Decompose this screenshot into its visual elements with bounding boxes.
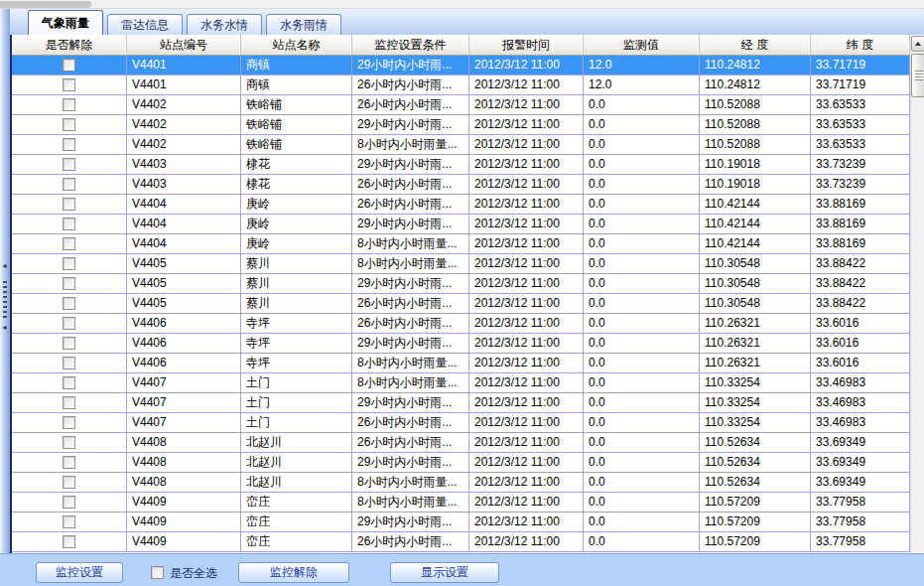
- col-header-longitude[interactable]: 经 度: [700, 35, 811, 55]
- table-row[interactable]: V4409 峦庄 8小时内小时雨量... 2012/3/12 11:00 0.0…: [12, 493, 910, 513]
- col-header-alarm-time[interactable]: 报警时间: [469, 35, 584, 55]
- table-row[interactable]: V4407 土门 26小时内小时雨... 2012/3/12 11:00 0.0…: [12, 413, 910, 433]
- row-checkbox[interactable]: [63, 237, 75, 250]
- table-row[interactable]: V4402 铁峪铺 26小时内小时雨... 2012/3/12 11:00 0.…: [12, 95, 910, 115]
- table-row[interactable]: V4408 北赵川 29小时内小时雨... 2012/3/12 11:00 0.…: [12, 453, 910, 473]
- row-checkbox[interactable]: [63, 515, 75, 528]
- table-row[interactable]: V4401 商镇 26小时内小时雨... 2012/3/12 11:00 12.…: [12, 75, 910, 95]
- row-checkbox[interactable]: [63, 337, 75, 350]
- row-checkbox-cell: [12, 532, 127, 551]
- table-row[interactable]: V4404 庚岭 26小时内小时雨... 2012/3/12 11:00 0.0…: [12, 195, 910, 215]
- tab-radar-info[interactable]: 雷达信息: [107, 14, 183, 35]
- table-row[interactable]: V4408 北赵川 26小时内小时雨... 2012/3/12 11:00 0.…: [12, 433, 910, 453]
- latitude-cell: 33.77958: [811, 532, 910, 551]
- row-checkbox[interactable]: [63, 218, 75, 230]
- scrollbar-thumb[interactable]: [911, 54, 924, 97]
- value-cell: 0.0: [584, 453, 700, 472]
- table-row[interactable]: V4408 北赵川 8小时内小时雨量... 2012/3/12 11:00 0.…: [12, 473, 910, 493]
- scroll-up-button[interactable]: [911, 36, 924, 52]
- latitude-cell: 33.88169: [811, 215, 910, 233]
- monitor-settings-button[interactable]: 监控设置: [36, 562, 123, 583]
- longitude-cell: 110.42144: [700, 234, 811, 253]
- row-checkbox[interactable]: [63, 476, 75, 489]
- latitude-cell: 33.71719: [811, 75, 910, 94]
- station-name-cell: 寺坪: [241, 334, 352, 353]
- row-checkbox-cell: [12, 373, 127, 392]
- table-row[interactable]: V4406 寺坪 26小时内小时雨... 2012/3/12 11:00 0.0…: [12, 314, 910, 334]
- station-id-cell: V4408: [127, 473, 241, 492]
- table-row[interactable]: V4406 寺坪 29小时内小时雨... 2012/3/12 11:00 0.0…: [12, 334, 910, 354]
- col-header-latitude[interactable]: 纬 度: [811, 35, 910, 55]
- left-splitter-bar[interactable]: ◄ ◄: [0, 9, 10, 586]
- row-checkbox[interactable]: [63, 436, 75, 449]
- table-row[interactable]: V4401 商镇 29小时内小时雨... 2012/3/12 11:00 12.…: [12, 56, 910, 75]
- row-checkbox[interactable]: [63, 98, 75, 111]
- station-id-cell: V4403: [127, 155, 241, 174]
- value-cell: 0.0: [584, 215, 700, 233]
- tab-weather-rainfall[interactable]: 气象雨量: [28, 10, 103, 35]
- row-checkbox[interactable]: [63, 277, 75, 290]
- table-row[interactable]: V4405 蔡川 29小时内小时雨... 2012/3/12 11:00 0.0…: [12, 274, 910, 294]
- row-checkbox[interactable]: [63, 59, 75, 72]
- table-row[interactable]: V4403 棣花 29小时内小时雨... 2012/3/12 11:00 0.0…: [12, 155, 910, 175]
- tab-water-condition[interactable]: 水务水情: [187, 14, 262, 35]
- latitude-cell: 33.6016: [811, 314, 910, 333]
- station-name-cell: 峦庄: [241, 493, 352, 512]
- col-header-condition[interactable]: 监控设置条件: [352, 35, 469, 55]
- table-row[interactable]: V4409 峦庄 26小时内小时雨... 2012/3/12 11:00 0.0…: [12, 532, 910, 552]
- row-checkbox[interactable]: [63, 535, 75, 548]
- table-row[interactable]: V4409 峦庄 29小时内小时雨... 2012/3/12 11:00 0.0…: [12, 513, 910, 532]
- splitter-grip-icon[interactable]: [3, 281, 7, 319]
- row-checkbox[interactable]: [63, 376, 75, 389]
- row-checkbox[interactable]: [63, 297, 75, 310]
- row-checkbox[interactable]: [63, 317, 75, 330]
- tab-rain-condition[interactable]: 水务雨情: [266, 14, 341, 35]
- latitude-cell: 33.6016: [811, 334, 910, 353]
- longitude-cell: 110.26321: [700, 314, 811, 333]
- row-checkbox[interactable]: [63, 158, 75, 171]
- table-row[interactable]: V4404 庚岭 8小时内小时雨量... 2012/3/12 11:00 0.0…: [12, 234, 910, 254]
- value-cell: 0.0: [584, 115, 700, 134]
- row-checkbox[interactable]: [63, 78, 75, 91]
- row-checkbox[interactable]: [63, 456, 75, 469]
- collapse-left-arrow-icon[interactable]: ◄: [1, 262, 8, 269]
- station-name-cell: 北赵川: [241, 453, 352, 472]
- tab-label: 水务水情: [200, 18, 248, 32]
- table-row[interactable]: V4407 土门 8小时内小时雨量... 2012/3/12 11:00 0.0…: [12, 373, 910, 393]
- row-checkbox[interactable]: [63, 496, 75, 509]
- row-checkbox-cell: [12, 254, 127, 273]
- table-row[interactable]: V4402 铁峪铺 29小时内小时雨... 2012/3/12 11:00 0.…: [12, 115, 910, 135]
- longitude-cell: 110.52634: [700, 433, 811, 452]
- row-checkbox[interactable]: [63, 396, 75, 409]
- vertical-scrollbar[interactable]: [910, 36, 924, 552]
- collapse-left-arrow-icon[interactable]: ◄: [1, 324, 8, 331]
- row-checkbox[interactable]: [63, 198, 75, 211]
- display-settings-button[interactable]: 显示设置: [390, 562, 499, 583]
- condition-cell: 8小时内小时雨量...: [352, 373, 469, 392]
- table-row[interactable]: V4403 棣花 26小时内小时雨... 2012/3/12 11:00 0.0…: [12, 175, 910, 195]
- alarm-time-cell: 2012/3/12 11:00: [469, 155, 584, 174]
- monitor-release-button[interactable]: 监控解除: [238, 562, 349, 583]
- table-row[interactable]: V4402 铁峪铺 8小时内小时雨量... 2012/3/12 11:00 0.…: [12, 135, 910, 155]
- table-row[interactable]: V4404 庚岭 29小时内小时雨... 2012/3/12 11:00 0.0…: [12, 215, 910, 234]
- row-checkbox[interactable]: [63, 257, 75, 270]
- longitude-cell: 110.52088: [700, 95, 811, 114]
- table-row[interactable]: V4407 土门 29小时内小时雨... 2012/3/12 11:00 0.0…: [12, 393, 910, 413]
- latitude-cell: 33.88422: [811, 274, 910, 293]
- longitude-cell: 110.24812: [700, 56, 811, 74]
- row-checkbox[interactable]: [63, 357, 75, 369]
- col-header-monitor-value[interactable]: 监测值: [584, 35, 700, 55]
- table-row[interactable]: V4406 寺坪 8小时内小时雨量... 2012/3/12 11:00 0.0…: [12, 354, 910, 373]
- col-header-station-name[interactable]: 站点名称: [241, 35, 352, 55]
- select-all-checkbox[interactable]: [151, 566, 164, 579]
- table-row[interactable]: V4405 蔡川 26小时内小时雨... 2012/3/12 11:00 0.0…: [12, 294, 910, 314]
- col-header-station-id[interactable]: 站点编号: [127, 35, 241, 55]
- station-name-cell: 寺坪: [241, 354, 352, 372]
- row-checkbox[interactable]: [63, 118, 75, 131]
- table-row[interactable]: V4405 蔡川 8小时内小时雨量... 2012/3/12 11:00 0.0…: [12, 254, 910, 274]
- col-header-clear-status[interactable]: 是否解除: [12, 35, 127, 55]
- row-checkbox[interactable]: [63, 138, 75, 151]
- row-checkbox-cell: [12, 493, 127, 512]
- row-checkbox[interactable]: [63, 178, 75, 191]
- row-checkbox[interactable]: [63, 416, 75, 429]
